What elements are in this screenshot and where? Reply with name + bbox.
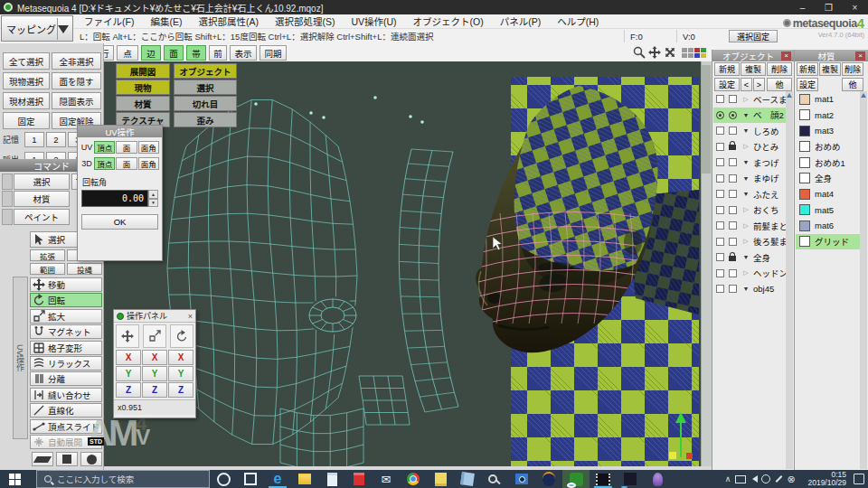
material-row2-button-1[interactable]: 他 [842,78,863,91]
material-row2-button-0[interactable]: 設定 [797,78,818,91]
expand-icon[interactable]: ▷ [741,143,750,150]
object-row2-button-1[interactable]: < [741,78,752,91]
object-checkbox[interactable] [729,221,737,230]
material-duplicate-button[interactable]: 複製 [819,62,841,76]
minimize-button[interactable]: – [789,0,816,14]
object-list-item[interactable]: ▷前髪まとめ [713,218,788,233]
material-list-item[interactable]: mat5 [796,202,863,218]
title-bar[interactable]: Metasequoia 4 [D:¥ドキュメント¥めたせこ¥石上会計¥石上くん1… [0,0,868,14]
chevron-up-icon[interactable] [722,470,734,488]
object-list-item[interactable]: ▼ベ 顔2 [713,108,788,123]
operation-panel-titlebar[interactable]: 操作パネル × [114,310,195,323]
collapse-icon[interactable]: ▼ [741,191,750,197]
object-list-scrollbar[interactable] [786,91,793,469]
material-list-scrollbar[interactable] [860,91,867,469]
character-icon[interactable] [644,470,671,488]
start-button[interactable] [0,470,36,488]
mode-button-0[interactable]: 選択 [14,174,70,190]
close-icon[interactable]: × [188,312,193,321]
menu-item-2[interactable]: 選択部属性(A) [190,14,267,28]
object-checkbox[interactable] [729,206,737,214]
object-checkbox[interactable] [729,190,737,198]
object-duplicate-button[interactable]: 複製 [741,62,766,76]
close-button[interactable]: × [842,0,868,14]
menu-item-6[interactable]: パネル(P) [492,14,550,28]
axis-button-z-1[interactable]: Z [142,382,167,398]
collapse-icon[interactable]: ▼ [741,175,750,182]
key-icon[interactable] [481,470,508,488]
object-checkbox[interactable] [716,95,724,103]
object-list-item[interactable]: ▷ベースまとめ [713,91,788,107]
material-panel-header[interactable]: 材質 × [795,50,868,61]
menu-item-4[interactable]: UV操作(U) [343,14,404,28]
command-6[interactable]: 分離 [30,371,102,386]
collapse-icon[interactable]: ▼ [741,112,750,118]
film-icon[interactable] [590,470,617,488]
mail-icon[interactable] [373,470,400,488]
row_uv-button-0[interactable]: 頂点 [94,141,115,154]
display-icon[interactable] [734,470,747,488]
command-0[interactable]: 移動 [30,277,102,292]
collapse-icon[interactable]: ▼ [741,254,750,260]
select-sub-button-0-0[interactable]: 拡張 [30,249,65,261]
object-list-item[interactable]: ▼ふたえ [713,186,788,202]
command-7[interactable]: 縫い合わせ [30,388,102,402]
store-icon[interactable] [318,470,345,488]
speaker-icon[interactable] [747,470,760,488]
object-checkbox[interactable] [716,158,724,166]
viewport-vscroll-thumb[interactable] [702,65,711,174]
material-new-button[interactable]: 新規 [797,62,818,76]
expand-icon[interactable]: ▷ [741,269,750,277]
overlay-button-2-1[interactable]: 切れ目 [174,96,237,111]
axis-button-y-2[interactable]: Y [168,366,193,381]
collapse-icon[interactable]: ▼ [741,127,750,134]
row_3d-button-0[interactable]: 頂点 [94,157,115,170]
edit-button-1-0[interactable]: 現物選択 [3,72,50,89]
object-list-item[interactable]: ▼しろめ [713,123,788,138]
object-checkbox[interactable] [729,158,737,166]
notebook-icon[interactable] [454,470,481,488]
display-color-icon[interactable] [693,45,707,60]
row_uv-button-2[interactable]: 面角 [138,141,159,154]
zoom-icon[interactable] [632,45,646,60]
gift-icon[interactable] [345,470,373,488]
collapse-icon[interactable]: ▼ [741,286,750,292]
memory-slot-1[interactable]: 2 [46,132,66,147]
axis-button-y-1[interactable]: Y [142,366,167,381]
maximize-button[interactable]: ❐ [816,0,842,14]
camera-icon[interactable] [508,470,535,488]
object-checkbox[interactable] [716,285,724,293]
cube-icon[interactable] [56,452,78,466]
object-list-item[interactable]: ▼まゆげ [713,171,788,186]
material-list-item[interactable]: mat3 [796,123,863,138]
object-list-item[interactable]: ▼obj45 [713,281,788,296]
rotation-angle-input[interactable]: 0.00 [81,190,148,207]
explorer-icon[interactable] [291,470,318,488]
metasequoia-icon[interactable] [562,470,590,488]
cortana-icon[interactable] [210,470,237,488]
row_3d-button-1[interactable]: 面 [116,157,137,170]
object-checkbox[interactable] [729,127,737,135]
object-row2-button-2[interactable]: > [753,78,765,91]
row_uv-button-1[interactable]: 面 [116,141,137,154]
close-icon[interactable]: × [855,52,865,61]
collapse-icon[interactable]: ▼ [741,159,750,165]
view-tab-6[interactable]: 表示 [230,45,257,61]
command-5[interactable]: リラックス [30,356,102,371]
edit-button-0-1[interactable]: 全非選択 [52,52,101,70]
object-checkbox[interactable] [716,253,724,261]
command-2[interactable]: 拡大 [30,309,102,324]
object-checkbox[interactable] [716,174,724,183]
command-3[interactable]: マグネット [30,324,102,339]
axis-button-x-2[interactable]: X [168,350,193,365]
object-list-item[interactable]: ▷ヘッドンホホ [713,266,788,281]
command-1[interactable]: 回転 [30,293,102,307]
object-list-item[interactable]: ▼まつげ [713,155,788,170]
object-list-item[interactable]: ▷後ろ髪まとめ [713,234,788,249]
view-tab-3[interactable]: 面 [164,45,184,61]
uv-group-tab[interactable]: UV操作 [13,277,28,439]
memory-slot-0[interactable]: 1 [24,132,44,147]
object-checkbox[interactable] [729,285,737,293]
orbit-icon[interactable] [663,45,677,60]
overlay-button-3-1[interactable]: 歪み [174,112,237,127]
